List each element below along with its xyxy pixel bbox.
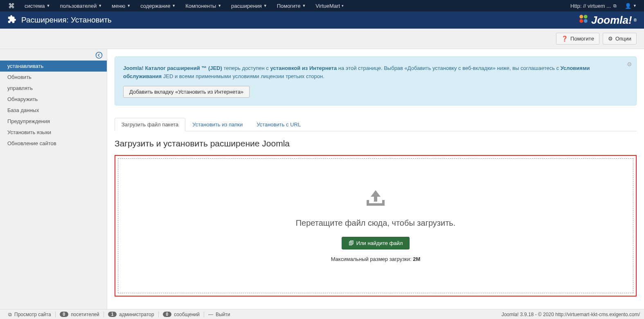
upload-dropzone[interactable]: Перетащите файл сюда, чтобы загрузить. 🗐… (118, 158, 633, 293)
sidebar-item-update-sites[interactable]: Обновление сайтов (0, 138, 107, 149)
info-bold-terms2: обслуживания (123, 73, 162, 79)
info-bold-terms: Условиями (561, 65, 590, 71)
info-bold-mid: установкой из Интернета (270, 65, 337, 71)
svg-point-1 (584, 15, 588, 18)
chevron-down-icon: ▼ (302, 4, 306, 8)
add-web-tab-button[interactable]: Добавить вкладку «Установить из Интернет… (123, 86, 250, 98)
browse-file-button[interactable]: 🗐 Или найдите файл (342, 237, 410, 249)
info-bold-lead: Joomla! Каталог расширений ™ (JED) (123, 65, 222, 71)
title-left: Расширения: Установить (7, 15, 112, 26)
add-web-tab-label: Добавить вкладку «Установить из Интернет… (129, 89, 243, 95)
joomla-logo: Joomla!® (577, 13, 637, 28)
sidebar-label: управлять (7, 85, 33, 91)
sidebar-item-warnings[interactable]: Предупреждения (0, 116, 107, 127)
info-box: ⚙ Joomla! Каталог расширений ™ (JED) теп… (115, 56, 637, 106)
help-label: Помогите (570, 36, 594, 42)
menu-system[interactable]: система▼ (20, 0, 55, 11)
sidebar-label: База данных (7, 107, 39, 113)
menu-label: меню (112, 3, 125, 9)
top-menu-bar: ⌘ система▼ пользователей▼ меню▼ содержан… (0, 0, 644, 11)
browse-label: Или найдите файл (356, 240, 403, 246)
registered-mark: ® (634, 18, 637, 22)
toolbar: ❓ Помогите ⚙ Опции (0, 29, 644, 49)
main-wrap: устанавливать Обновить управлять Обнаруж… (0, 49, 644, 309)
menu-label: пользователей (60, 3, 97, 9)
chevron-down-icon: ▼ (172, 4, 176, 8)
user-icon: 👤 (625, 3, 631, 9)
tab-install-url[interactable]: Установить с URL (250, 118, 308, 131)
svg-point-4 (96, 52, 102, 58)
page-title: Расширения: Установить (21, 16, 112, 25)
copy-icon: 🗐 (349, 240, 354, 246)
brand-text: Joomla! (591, 14, 632, 27)
puzzle-icon (7, 15, 16, 26)
info-seg3: JED и всеми применимыми условиями лиценз… (162, 73, 324, 79)
svg-point-3 (584, 19, 588, 22)
sidebar-item-database[interactable]: База данных (0, 105, 107, 116)
menu-content[interactable]: содержание▼ (135, 0, 180, 11)
help-button[interactable]: ❓ Помогите (556, 33, 599, 45)
chevron-down-icon: ▼ (46, 4, 50, 8)
svg-point-0 (579, 15, 583, 18)
site-link[interactable]: Http: // virtuem ...⧉ (566, 0, 621, 11)
max-size-label: Максимальный размер загрузки: (331, 256, 413, 262)
content-area: ⚙ Joomla! Каталог расширений ™ (JED) теп… (107, 49, 644, 309)
svg-rect-5 (367, 203, 385, 206)
menu-label: расширения (231, 3, 262, 9)
info-seg1: теперь доступен с (222, 65, 270, 71)
chevron-down-icon: ▼ (127, 4, 131, 8)
menu-label: Помогите (277, 3, 301, 9)
menu-menus[interactable]: меню▼ (107, 0, 135, 11)
gear-icon: ⚙ (608, 36, 613, 42)
chevron-down-icon: ▼ (633, 4, 637, 8)
sidebar-label: Обнаружить (7, 96, 38, 102)
upload-instruction-text: Перетащите файл сюда, чтобы загрузить. (296, 218, 456, 228)
sidebar-label: Предупреждения (7, 118, 50, 124)
options-button[interactable]: ⚙ Опции (603, 33, 637, 45)
upload-highlight-frame: Перетащите файл сюда, чтобы загрузить. 🗐… (115, 155, 637, 297)
install-tabs: Загрузить файл пакета Установить из папк… (115, 118, 637, 131)
menu-users[interactable]: пользователей▼ (55, 0, 107, 11)
menu-label: содержание (140, 3, 170, 9)
chevron-down-icon: ▼ (263, 4, 267, 8)
menu-components[interactable]: Компоненты▼ (180, 0, 226, 11)
sidebar-toggle-icon[interactable] (95, 52, 103, 61)
title-bar: Расширения: Установить Joomla!® (0, 11, 644, 29)
tab-upload-package[interactable]: Загрузить файл пакета (115, 118, 185, 131)
sidebar-label: Обновление сайтов (7, 140, 56, 146)
chevron-down-icon: ▼ (218, 4, 221, 8)
svg-rect-7 (382, 200, 385, 206)
section-heading: Загрузить и установить расширение Joomla (115, 139, 637, 148)
sidebar-item-install[interactable]: устанавливать (0, 61, 107, 72)
menu-label: Компоненты (185, 3, 216, 9)
max-size-value: 2M (413, 256, 420, 262)
sidebar-label: Обновить (7, 74, 32, 80)
user-menu[interactable]: 👤▼ (621, 0, 641, 11)
max-upload-size: Максимальный размер загрузки: 2M (331, 256, 421, 262)
options-label: Опции (615, 36, 631, 42)
sidebar-item-install-langs[interactable]: Установить языки (0, 127, 107, 138)
info-text: Joomla! Каталог расширений ™ (JED) тепер… (123, 65, 590, 79)
sidebar-item-update[interactable]: Обновить (0, 72, 107, 83)
sidebar-item-discover[interactable]: Обнаружить (0, 94, 107, 105)
sidebar-label: устанавливать (7, 63, 43, 69)
info-gear-icon[interactable]: ⚙ (627, 60, 632, 69)
menu-help[interactable]: Помогите▼ (272, 0, 311, 11)
question-circle-icon: ❓ (561, 36, 568, 42)
info-seg2: на этой странице. Выбрав «Добавить устан… (337, 65, 561, 71)
tab-label: Установить с URL (257, 121, 301, 128)
top-menu-left: ⌘ система▼ пользователей▼ меню▼ содержан… (3, 0, 349, 11)
svg-rect-6 (367, 200, 369, 206)
joomla-menu-icon[interactable]: ⌘ (3, 0, 20, 11)
joomla-swirl-icon (577, 13, 590, 28)
sidebar-label: Установить языки (7, 129, 51, 135)
menu-virtuemart[interactable]: VirtueMart▾ (311, 0, 349, 11)
sidebar-list: устанавливать Обновить управлять Обнаруж… (0, 61, 107, 149)
chevron-down-icon: ▾ (342, 4, 344, 8)
menu-label: система (25, 3, 45, 9)
chevron-down-icon: ▼ (98, 4, 102, 8)
sidebar-item-manage[interactable]: управлять (0, 83, 107, 94)
tab-install-folder[interactable]: Установить из папки (185, 118, 250, 131)
tab-label: Загрузить файл пакета (122, 121, 178, 128)
menu-extensions[interactable]: расширения▼ (226, 0, 272, 11)
